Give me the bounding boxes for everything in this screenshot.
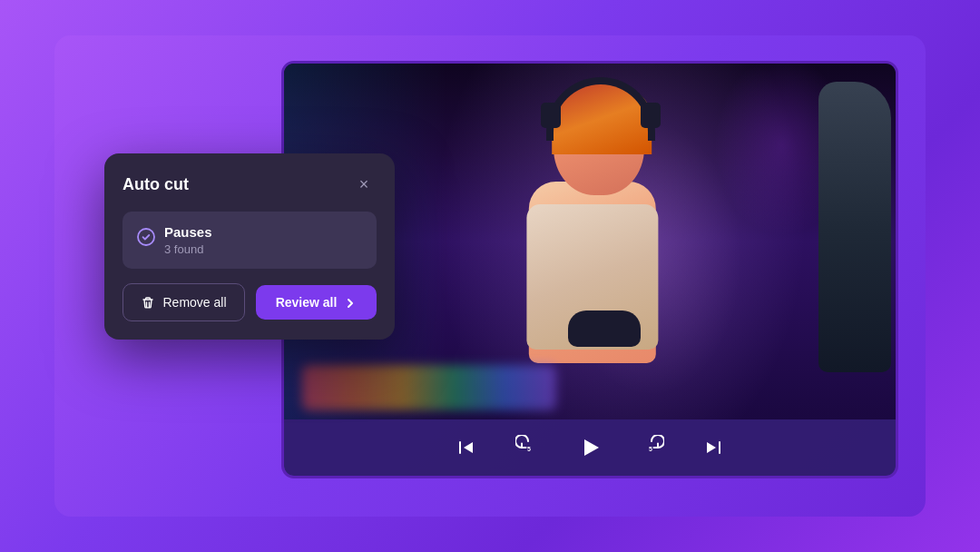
svg-text:5: 5 [527, 446, 531, 452]
play-button[interactable] [572, 429, 608, 466]
pauses-text: Pauses 3 found [164, 224, 212, 256]
character-headphones [546, 77, 655, 141]
dialog-actions: Remove all Review all [122, 283, 377, 321]
review-all-button[interactable]: Review all [256, 285, 377, 320]
skip-back-button[interactable] [448, 429, 485, 466]
forward-5-button[interactable]: 5 [633, 429, 670, 466]
remove-all-button[interactable]: Remove all [122, 283, 245, 321]
pauses-label: Pauses [164, 224, 212, 240]
trash-icon [141, 294, 155, 310]
video-controls: 5 5 [284, 419, 896, 476]
pauses-item: Pauses 3 found [122, 212, 377, 269]
check-circle-icon [137, 225, 155, 246]
skip-forward-button[interactable] [695, 429, 731, 466]
auto-cut-dialog: Auto cut × Pauses 3 found [104, 153, 395, 340]
remove-all-label: Remove all [162, 295, 226, 310]
svg-text:5: 5 [649, 446, 652, 452]
keyboard-glow [302, 365, 556, 410]
close-button[interactable]: × [351, 172, 377, 197]
svg-point-0 [138, 229, 154, 245]
pauses-count: 3 found [164, 242, 212, 256]
chair-back [818, 82, 891, 372]
review-all-label: Review all [276, 295, 338, 310]
outer-container: Auto cut × Pauses 3 found [54, 35, 926, 517]
dialog-title: Auto cut [122, 175, 189, 194]
game-controller [568, 310, 641, 347]
chevron-right-icon [344, 295, 357, 310]
dialog-header: Auto cut × [122, 172, 377, 197]
rewind-5-button[interactable]: 5 [510, 429, 546, 466]
